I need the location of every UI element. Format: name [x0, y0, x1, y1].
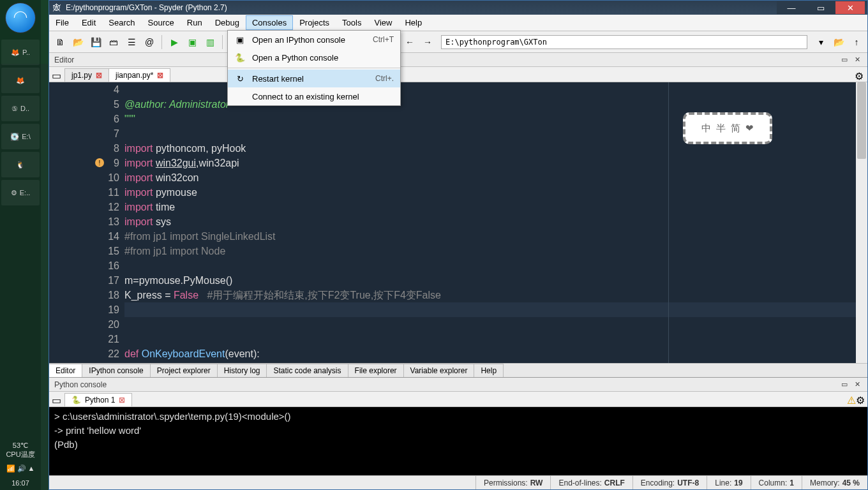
console-pane-title: Python console ▭ ✕: [49, 378, 867, 392]
close-icon[interactable]: ⊠: [96, 71, 102, 80]
menubar: FileEditSearchSourceRunDebugConsolesProj…: [49, 15, 867, 31]
task-firefox[interactable]: 🦊 P..: [1, 40, 40, 65]
status-column: Column: 1: [751, 476, 802, 489]
pane-close-icon[interactable]: ✕: [852, 380, 862, 390]
menu-open-ipython[interactable]: ▣Open an IPython consoleCtrl+T: [228, 31, 400, 48]
consoles-menu: ▣Open an IPython consoleCtrl+T 🐍Open a P…: [227, 30, 401, 106]
ime-indicator[interactable]: 中 半 简 ❤: [683, 112, 772, 144]
console-icon: ▣: [234, 35, 246, 45]
spyder-window: 🕸 E:/pythonprogram/GXTon - Spyder (Pytho…: [49, 0, 868, 490]
pane-undock-icon[interactable]: ▭: [839, 380, 849, 390]
close-button[interactable]: ✕: [835, 1, 865, 14]
working-dir-input[interactable]: E:\pythonprogram\GXTon: [441, 35, 807, 49]
pane-close-icon[interactable]: ✕: [852, 55, 862, 65]
editor-tabs: ▭ jp1.py⊠ jianpan.py*⊠ ⚙: [49, 67, 867, 82]
warning-icon[interactable]: ⚠: [847, 394, 856, 406]
run-cell-advance-icon[interactable]: ▥: [202, 34, 218, 50]
tray-icons[interactable]: 📶 🔊 ▲: [6, 464, 35, 473]
task-drive[interactable]: 💽 E:\: [1, 124, 40, 149]
menu-projects[interactable]: Projects: [293, 15, 336, 30]
task-qq[interactable]: 🐧: [1, 152, 40, 177]
status-eol: End-of-lines: CRLF: [550, 476, 632, 489]
clock[interactable]: 16:07: [11, 479, 29, 487]
menu-open-python[interactable]: 🐍Open a Python console: [228, 48, 400, 66]
panel-tab-ipython-console[interactable]: IPython console: [82, 364, 150, 377]
menu-file[interactable]: File: [49, 15, 75, 30]
app-icon: 🕸: [52, 3, 62, 13]
status-permissions: Permissions: RW: [475, 476, 550, 489]
task-html5[interactable]: ⑤ D..: [1, 96, 40, 121]
menu-source[interactable]: Source: [142, 15, 181, 30]
cpu-temp: 53℃CPU温度: [6, 441, 34, 459]
task-firefox2[interactable]: 🦊: [1, 68, 40, 93]
start-button[interactable]: [5, 3, 36, 33]
panel-tab-editor[interactable]: Editor: [49, 364, 82, 377]
statusbar: Permissions: RW End-of-lines: CRLF Encod…: [49, 475, 867, 489]
at-icon[interactable]: @: [141, 34, 158, 50]
python-icon: 🐍: [234, 53, 246, 63]
parent-dir-icon[interactable]: ↑: [848, 34, 865, 50]
menu-run[interactable]: Run: [181, 15, 209, 30]
panel-tab-static-code-analysis[interactable]: Static code analysis: [267, 364, 348, 377]
menu-consoles[interactable]: Consoles: [246, 15, 293, 30]
panel-tab-history-log[interactable]: History log: [218, 364, 267, 377]
vertical-scrollbar[interactable]: [856, 82, 867, 363]
console-tab[interactable]: 🐍 Python 1 ⊠: [64, 393, 132, 406]
menu-view[interactable]: View: [368, 15, 398, 30]
console-options-icon[interactable]: ⚙: [856, 394, 865, 406]
panel-tab-variable-explorer[interactable]: Variable explorer: [404, 364, 475, 377]
tab-list-icon[interactable]: ▭: [52, 394, 64, 406]
pane-undock-icon[interactable]: ▭: [839, 55, 849, 65]
status-memory: Memory: 45 %: [802, 476, 867, 489]
tab-list-icon[interactable]: ▭: [52, 70, 64, 82]
editor-pane-title: Editor ▭ ✕: [49, 53, 867, 67]
minimize-button[interactable]: —: [777, 1, 806, 14]
menu-connect-kernel[interactable]: Connect to an existing kernel: [228, 87, 400, 105]
os-taskbar: 🦊 P.. 🦊 ⑤ D.. 💽 E:\ 🐧 ⚙ E:.. 53℃CPU温度 📶 …: [0, 0, 41, 490]
tab-options-icon[interactable]: ⚙: [853, 70, 865, 82]
run-icon[interactable]: ▶: [166, 34, 183, 50]
tab-jp1[interactable]: jp1.py⊠: [64, 68, 109, 82]
status-encoding: Encoding: UTF-8: [632, 476, 707, 489]
panel-tab-project-explorer[interactable]: Project explorer: [151, 364, 218, 377]
close-icon[interactable]: ⊠: [157, 71, 163, 80]
chevron-down-icon[interactable]: ▾: [812, 34, 829, 50]
open-icon[interactable]: 📂: [70, 34, 86, 50]
list-icon[interactable]: ☰: [123, 34, 140, 50]
svg-point-0: [13, 10, 28, 26]
menu-debug[interactable]: Debug: [209, 15, 246, 30]
line-gutter: 4567891011121314151617181920212223: [49, 82, 124, 363]
save-icon[interactable]: 💾: [87, 34, 104, 50]
panel-tab-file-explorer[interactable]: File explorer: [348, 364, 404, 377]
close-icon[interactable]: ⊠: [119, 396, 125, 405]
maximize-button[interactable]: ▭: [806, 1, 835, 14]
window-title: E:/pythonprogram/GXTon - Spyder (Python …: [66, 3, 777, 12]
panel-tabs: EditorIPython consoleProject explorerHis…: [49, 363, 867, 377]
restart-icon: ↻: [234, 74, 246, 84]
run-cell-icon[interactable]: ▣: [184, 34, 200, 50]
titlebar[interactable]: 🕸 E:/pythonprogram/GXTon - Spyder (Pytho…: [49, 1, 867, 15]
menu-restart-kernel[interactable]: ↻Restart kernelCtrl+.: [228, 70, 400, 87]
menu-edit[interactable]: Edit: [75, 15, 102, 30]
nav-fwd-icon[interactable]: →: [419, 34, 436, 50]
new-file-icon[interactable]: 🗎: [52, 34, 68, 50]
panel-tab-help[interactable]: Help: [474, 364, 504, 377]
status-line: Line: 19: [707, 476, 750, 489]
column-ruler: [668, 82, 669, 363]
nav-back-icon[interactable]: ←: [401, 34, 418, 50]
tab-jianpan[interactable]: jianpan.py*⊠: [108, 68, 170, 82]
save-all-icon[interactable]: 🗃: [105, 34, 122, 50]
warning-icon[interactable]: !: [95, 158, 104, 167]
task-spyder[interactable]: ⚙ E:..: [1, 180, 40, 205]
browse-icon[interactable]: 📂: [830, 34, 847, 50]
console-output[interactable]: > c:\users\administrator\.spyder\temp.py…: [49, 407, 867, 475]
toolbar: 🗎 📂 💾 🗃 ☰ @ ▶ ▣ ▥ ⤵ ⤴ ↷ ▶▶ ■ ⛶ ⤢ 🔧 🐍 ← →…: [49, 31, 867, 53]
menu-tools[interactable]: Tools: [336, 15, 368, 30]
console-tabs: ▭ 🐍 Python 1 ⊠ ⚠ ⚙: [49, 392, 867, 407]
menu-help[interactable]: Help: [398, 15, 428, 30]
menu-search[interactable]: Search: [102, 15, 141, 30]
